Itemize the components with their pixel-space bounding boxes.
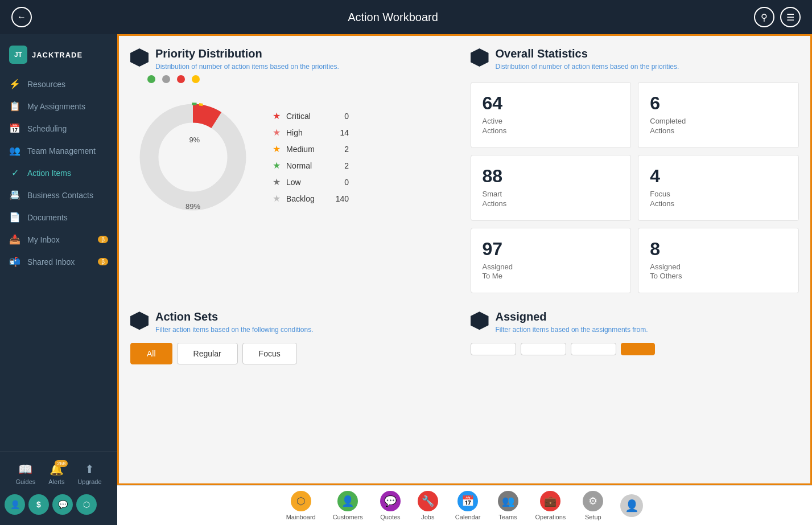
dot-gray [162, 75, 170, 83]
guides-icon: 📖 [18, 462, 32, 476]
sidebar-item-action-items[interactable]: ✓ Action Items [0, 162, 117, 184]
stats-title-group: Overall Statistics Distribution of numbe… [496, 47, 679, 71]
tab-teams[interactable]: 👥 Teams [498, 491, 518, 520]
person-icon-btn[interactable]: 👤 [5, 494, 25, 515]
footer-alerts[interactable]: 🔔 268 Alerts [48, 462, 64, 485]
mainboard-label: Mainboard [286, 514, 316, 520]
priority-subtitle: Distribution of number of action items b… [155, 63, 339, 71]
main-layout: JT JACKTRADE ⚡ Resources 📋 My Assignment… [0, 34, 812, 525]
stat-card-active-actions[interactable]: 64 ActiveActions [471, 82, 632, 148]
page-title: Action Workboard [348, 11, 438, 24]
assigned-btn-2[interactable] [521, 343, 566, 355]
footer-upgrade-label: Upgrade [77, 478, 101, 485]
filter-regular-button[interactable]: Regular [177, 343, 238, 364]
action-sets-hex-icon [130, 311, 149, 330]
assigned-subtitle: Filter action items based on the assignm… [496, 326, 648, 334]
normal-value: 2 [332, 161, 349, 170]
bottom-app-bar: ⬡ Mainboard 👤 Customers 💬 Quotes 🔧 Jobs … [117, 485, 812, 525]
stats-subtitle: Distribution of number of action items b… [496, 63, 679, 71]
dot-green [147, 75, 155, 83]
assigned-to-me-label: AssignedTo Me [483, 262, 620, 282]
assigned-others-number: 8 [650, 240, 787, 258]
content-area: Priority Distribution Distribution of nu… [117, 34, 812, 525]
legend-high: ★ High 14 [273, 127, 349, 138]
tab-setup[interactable]: ⚙ Setup [583, 491, 603, 520]
teams-icon: 👥 [498, 491, 518, 511]
operations-icon: 💼 [540, 491, 560, 511]
network-icon-btn[interactable]: ⬡ [76, 494, 97, 515]
low-label: Low [286, 178, 326, 187]
sidebar-item-my-inbox[interactable]: 📥 My Inbox β [0, 228, 117, 251]
action-items-icon: ✓ [9, 167, 20, 178]
back-button[interactable]: ← [11, 7, 32, 27]
stat-card-focus-actions[interactable]: 4 FocusActions [638, 155, 799, 221]
assigned-filter-buttons [471, 343, 799, 355]
medium-label: Medium [286, 145, 326, 154]
filter-focus-button[interactable]: Focus [242, 343, 297, 364]
tab-jobs[interactable]: 🔧 Jobs [418, 491, 438, 520]
setup-label: Setup [585, 514, 601, 520]
focus-actions-number: 4 [650, 167, 787, 185]
inbox-icon: 📥 [9, 234, 20, 245]
assigned-section: Assigned Filter action items based on th… [471, 310, 799, 364]
tab-mainboard[interactable]: ⬡ Mainboard [286, 491, 316, 520]
dollar-icon-btn[interactable]: $ [28, 494, 49, 515]
tab-quotes[interactable]: 💬 Quotes [380, 491, 401, 520]
focus-actions-label: FocusActions [650, 190, 787, 209]
footer-guides-label: Guides [15, 478, 35, 485]
dot-yellow [192, 75, 200, 83]
sidebar-footer: 📖 Guides 🔔 268 Alerts ⬆ Upgrade 👤 $ 💬 ⬡ [0, 452, 117, 525]
menu-button[interactable]: ☰ [780, 7, 801, 27]
normal-star: ★ [273, 160, 281, 171]
stats-grid: 64 ActiveActions 6 CompletedActions 88 S… [471, 82, 799, 293]
sidebar-item-documents[interactable]: 📄 Documents [0, 206, 117, 228]
stat-card-smart-actions[interactable]: 88 SmartActions [471, 155, 632, 221]
sidebar-item-my-assignments[interactable]: 📋 My Assignments [0, 95, 117, 117]
stat-card-completed-actions[interactable]: 6 CompletedActions [638, 82, 799, 148]
assigned-btn-3[interactable] [571, 343, 616, 355]
logo-text: JACKTRADE [32, 51, 83, 59]
footer-guides[interactable]: 📖 Guides [15, 462, 35, 485]
filter-all-button[interactable]: All [130, 343, 172, 364]
action-sets-title-group: Action Sets Filter action items based on… [155, 310, 313, 334]
teams-label: Teams [498, 514, 517, 520]
active-actions-label: ActiveActions [483, 117, 620, 136]
customers-icon: 👤 [337, 491, 358, 511]
sidebar-item-resources[interactable]: ⚡ Resources [0, 73, 117, 95]
sidebar-item-scheduling[interactable]: 📅 Scheduling [0, 117, 117, 140]
calendar-icon: 📅 [457, 491, 478, 511]
dot-red [177, 75, 185, 83]
legend-critical: ★ Critical 0 [273, 110, 349, 121]
high-value: 14 [332, 128, 349, 137]
tab-operations[interactable]: 💼 Operations [535, 491, 566, 520]
stats-section-header: Overall Statistics Distribution of numbe… [471, 47, 799, 71]
footer-upgrade[interactable]: ⬆ Upgrade [77, 462, 101, 485]
chat-icon-btn[interactable]: 💬 [52, 494, 73, 515]
overall-statistics-section: Overall Statistics Distribution of numbe… [471, 47, 799, 293]
svg-point-0 [149, 113, 237, 201]
top-bar-left: ← [11, 7, 32, 27]
dashboard-bottom: Action Sets Filter action items based on… [130, 310, 799, 364]
backlog-label: Backlog [286, 194, 326, 203]
sidebar-item-label: Shared Inbox [27, 257, 75, 266]
assigned-hex-icon [471, 311, 489, 330]
donut-label-89: 89% [186, 202, 200, 211]
assigned-title: Assigned [496, 310, 648, 323]
tab-customers[interactable]: 👤 Customers [333, 491, 363, 520]
stat-card-assigned-others[interactable]: 8 AssignedTo Others [638, 228, 799, 294]
tab-calendar[interactable]: 📅 Calendar [455, 491, 481, 520]
assigned-btn-1[interactable] [471, 343, 516, 355]
sidebar-item-team-management[interactable]: 👥 Team Management [0, 140, 117, 162]
sidebar-item-label: Resources [27, 80, 65, 89]
active-actions-number: 64 [483, 94, 620, 112]
search-button[interactable]: ⚲ [754, 7, 774, 27]
assigned-btn-all[interactable] [621, 343, 655, 355]
sidebar-item-shared-inbox[interactable]: 📬 Shared Inbox β [0, 251, 117, 273]
completed-actions-label: CompletedActions [650, 117, 787, 136]
user-avatar[interactable]: 👤 [620, 494, 643, 517]
stat-card-assigned-to-me[interactable]: 97 AssignedTo Me [471, 228, 632, 294]
operations-label: Operations [535, 514, 566, 520]
priority-title: Priority Distribution [155, 47, 339, 60]
sidebar-item-business-contacts[interactable]: 📇 Business Contacts [0, 184, 117, 206]
content-scroll: Priority Distribution Distribution of nu… [119, 36, 810, 483]
